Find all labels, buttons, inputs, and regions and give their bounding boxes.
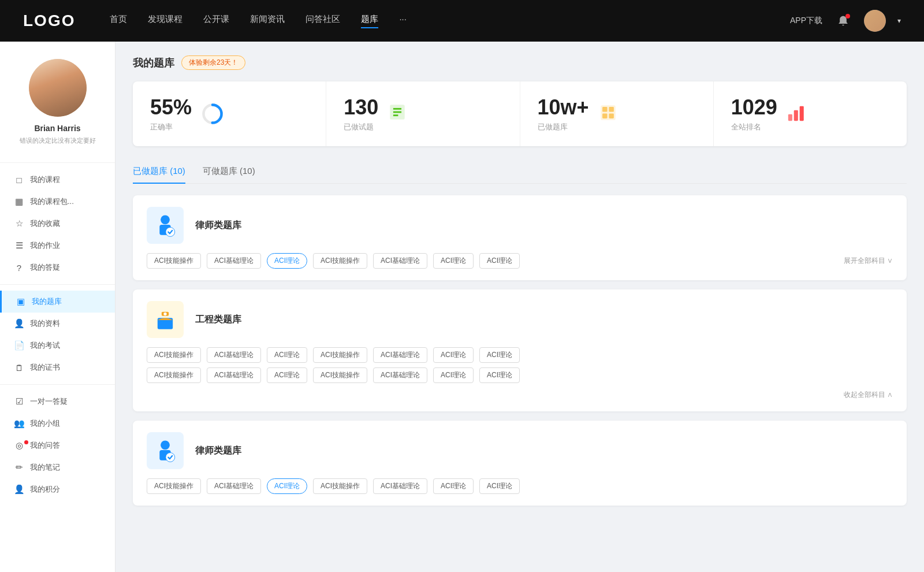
qbank-header-3: 律师类题库 — [147, 432, 893, 469]
sidebar-item-groups[interactable]: 👥 我的小组 — [0, 413, 115, 434]
nav-news[interactable]: 新闻资讯 — [250, 14, 285, 28]
qbank-icon-lawyer-1 — [147, 207, 184, 244]
sidebar-item-my-courses[interactable]: □ 我的课程 — [0, 169, 115, 191]
done-banks-icon — [598, 103, 618, 125]
tag-2-1-6[interactable]: ACI理论 — [433, 347, 474, 363]
tag-2-1-1[interactable]: ACI技能操作 — [147, 347, 201, 363]
tag-3-2[interactable]: ACI基础理论 — [207, 478, 261, 494]
sidebar-item-my-qa[interactable]: ◎ 我的问答 — [0, 434, 115, 456]
tag-2-1-7[interactable]: ACI理论 — [479, 347, 520, 363]
stat-ranking-value: 1029 — [731, 95, 777, 120]
exams-icon: 📄 — [14, 340, 24, 351]
nav-qa[interactable]: 问答社区 — [305, 14, 340, 28]
nav-questions[interactable]: 题库 — [361, 14, 378, 28]
tab-done-banks[interactable]: 已做题库 (10) — [133, 160, 185, 184]
tag-3-4[interactable]: ACI技能操作 — [313, 478, 367, 494]
nav-home[interactable]: 首页 — [110, 14, 127, 28]
ranking-icon — [787, 103, 806, 125]
svg-rect-10 — [609, 113, 614, 118]
qbank-card-lawyer-2: 律师类题库 ACI技能操作 ACI基础理论 ACI理论 ACI技能操作 ACI基… — [133, 421, 907, 506]
tag-2-2-4[interactable]: ACI技能操作 — [313, 367, 367, 383]
sidebar-item-homework[interactable]: ☰ 我的作业 — [0, 235, 115, 257]
tag-2-1-5[interactable]: ACI基础理论 — [373, 347, 427, 363]
tag-2-2-5[interactable]: ACI基础理论 — [373, 367, 427, 383]
svg-rect-8 — [609, 107, 614, 112]
svg-rect-13 — [800, 106, 804, 121]
sidebar-item-notes[interactable]: ✏ 我的笔记 — [0, 456, 115, 478]
stat-banks-value: 10w+ — [538, 95, 589, 120]
svg-rect-12 — [794, 110, 798, 121]
favorites-icon: ☆ — [14, 218, 24, 229]
nav-menu: 首页 发现课程 公开课 新闻资讯 问答社区 题库 ··· — [110, 14, 790, 28]
collapse-link-2[interactable]: 收起全部科目 ∧ — [844, 390, 893, 400]
tag-2-2-6[interactable]: ACI理论 — [433, 367, 474, 383]
sidebar-item-course-packages[interactable]: ▦ 我的课程包... — [0, 191, 115, 213]
tag-1-2[interactable]: ACI基础理论 — [207, 253, 261, 269]
tag-1-5[interactable]: ACI基础理论 — [373, 253, 427, 269]
stat-done-questions: 130 已做试题 — [326, 81, 520, 146]
qbank-card-lawyer-1: 律师类题库 ACI技能操作 ACI基础理论 ACI理论 ACI技能操作 ACI基… — [133, 195, 907, 280]
qbank-icon: ▣ — [16, 296, 26, 307]
nav-courses[interactable]: 发现课程 — [148, 14, 182, 28]
user-name: Brian Harris — [12, 124, 103, 133]
tag-2-2-3[interactable]: ACI理论 — [267, 367, 307, 383]
nav-more[interactable]: ··· — [399, 14, 407, 28]
sidebar-item-question-bank[interactable]: ▣ 我的题库 — [0, 291, 115, 313]
tag-3-3[interactable]: ACI理论 — [267, 478, 307, 494]
page-title: 我的题库 — [133, 56, 174, 70]
sidebar-item-favorites[interactable]: ☆ 我的收藏 — [0, 213, 115, 235]
tags-row-3: ACI技能操作 ACI基础理论 ACI理论 ACI技能操作 ACI基础理论 AC… — [147, 478, 893, 494]
sidebar-item-exams[interactable]: 📄 我的考试 — [0, 335, 115, 356]
tab-available-banks[interactable]: 可做题库 (10) — [203, 160, 255, 184]
sidebar-item-1on1[interactable]: ☑ 一对一答疑 — [0, 391, 115, 413]
qbank-tags-3: ACI技能操作 ACI基础理论 ACI理论 ACI技能操作 ACI基础理论 AC… — [147, 478, 893, 494]
sidebar-item-certificates[interactable]: 🗒 我的证书 — [0, 356, 115, 378]
tag-2-2-2[interactable]: ACI基础理论 — [207, 367, 261, 383]
tag-2-2-7[interactable]: ACI理论 — [479, 367, 520, 383]
tag-1-6[interactable]: ACI理论 — [433, 253, 474, 269]
qa-icon: ? — [14, 263, 24, 273]
points-icon: 👤 — [14, 484, 24, 495]
tag-3-6[interactable]: ACI理论 — [433, 478, 474, 494]
tag-1-3[interactable]: ACI理论 — [267, 253, 307, 269]
tag-1-4[interactable]: ACI技能操作 — [313, 253, 367, 269]
tags-row-2-2: ACI技能操作 ACI基础理论 ACI理论 ACI技能操作 ACI基础理论 AC… — [147, 367, 893, 383]
qbank-header-1: 律师类题库 — [147, 207, 893, 244]
qbank-title-lawyer-2: 律师类题库 — [195, 445, 241, 457]
tag-3-7[interactable]: ACI理论 — [479, 478, 520, 494]
navbar: LOGO 首页 发现课程 公开课 新闻资讯 问答社区 题库 ··· APP下载 … — [0, 0, 924, 42]
tag-3-5[interactable]: ACI基础理论 — [373, 478, 427, 494]
tag-2-1-4[interactable]: ACI技能操作 — [313, 347, 367, 363]
sidebar-item-points[interactable]: 👤 我的积分 — [0, 478, 115, 500]
qbank-tags-1: ACI技能操作 ACI基础理论 ACI理论 ACI技能操作 ACI基础理论 AC… — [147, 253, 893, 269]
tag-3-1[interactable]: ACI技能操作 — [147, 478, 201, 494]
tag-1-7[interactable]: ACI理论 — [479, 253, 520, 269]
navbar-right: APP下载 ▾ — [790, 10, 901, 32]
sidebar-item-qa[interactable]: ? 我的答疑 — [0, 257, 115, 278]
app-download[interactable]: APP下载 — [790, 16, 822, 26]
svg-point-14 — [161, 215, 170, 224]
tag-2-1-3[interactable]: ACI理论 — [267, 347, 307, 363]
notification-dot — [845, 14, 850, 18]
expand-link-1[interactable]: 展开全部科目 ∨ — [844, 256, 893, 266]
logo[interactable]: LOGO — [23, 12, 75, 30]
avatar[interactable] — [864, 10, 886, 32]
stat-done-value: 130 — [344, 95, 378, 120]
stat-accuracy-value: 55% — [150, 95, 192, 120]
qbank-tags-2: ACI技能操作 ACI基础理论 ACI理论 ACI技能操作 ACI基础理论 AC… — [147, 347, 893, 400]
profile-icon: 👤 — [14, 318, 24, 329]
tag-2-1-2[interactable]: ACI基础理论 — [207, 347, 261, 363]
tag-2-2-1[interactable]: ACI技能操作 — [147, 367, 201, 383]
sidebar-divider-top — [0, 162, 115, 163]
notification-bell[interactable] — [834, 12, 852, 30]
stat-done-label: 已做试题 — [344, 122, 378, 132]
qbank-icon-engineer — [147, 301, 184, 338]
sidebar-item-profile[interactable]: 👤 我的资料 — [0, 313, 115, 335]
stat-banks-label: 已做题库 — [538, 122, 589, 132]
svg-rect-11 — [788, 114, 792, 121]
done-questions-icon — [388, 102, 407, 126]
profile-chevron[interactable]: ▾ — [897, 17, 901, 25]
tag-1-1[interactable]: ACI技能操作 — [147, 253, 201, 269]
nav-open-course[interactable]: 公开课 — [203, 14, 229, 28]
svg-point-20 — [161, 440, 170, 450]
